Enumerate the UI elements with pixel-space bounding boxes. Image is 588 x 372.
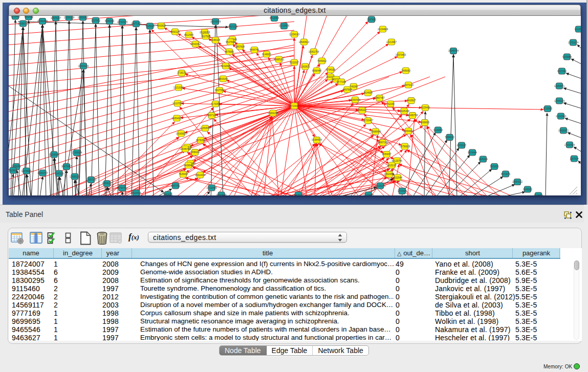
svg-text:16495798: 16495798 xyxy=(407,114,418,117)
svg-text:7625402: 7625402 xyxy=(179,173,188,176)
svg-text:12213967: 12213967 xyxy=(386,41,397,43)
svg-text:17016504: 17016504 xyxy=(564,144,575,146)
svg-text:9084067: 9084067 xyxy=(382,153,391,156)
svg-text:9527508: 9527508 xyxy=(226,41,235,43)
svg-text:19218506: 19218506 xyxy=(279,25,290,27)
svg-text:18524851: 18524851 xyxy=(384,173,395,176)
svg-text:10719155: 10719155 xyxy=(117,21,128,24)
svg-text:12093871: 12093871 xyxy=(554,85,565,87)
svg-text:8912954: 8912954 xyxy=(184,34,193,36)
svg-text:9463625: 9463625 xyxy=(163,193,172,195)
svg-text:2867608: 2867608 xyxy=(235,46,245,48)
svg-text:9699695: 9699695 xyxy=(420,121,429,124)
svg-text:6466160: 6466160 xyxy=(105,20,114,23)
svg-text:12942757: 12942757 xyxy=(37,172,48,174)
svg-text:4170051: 4170051 xyxy=(211,103,220,105)
svg-text:20091406: 20091406 xyxy=(37,20,48,23)
svg-text:8878352: 8878352 xyxy=(196,139,205,142)
svg-text:2087682: 2087682 xyxy=(367,18,376,21)
svg-text:5958923: 5958923 xyxy=(445,136,454,139)
svg-text:9242848: 9242848 xyxy=(221,65,230,68)
svg-text:10973493: 10973493 xyxy=(396,54,406,56)
svg-text:15716485: 15716485 xyxy=(206,187,217,189)
svg-text:8990448: 8990448 xyxy=(312,70,321,72)
svg-text:9463627: 9463627 xyxy=(407,99,416,102)
svg-text:2522544: 2522544 xyxy=(393,177,402,179)
svg-text:20053346: 20053346 xyxy=(78,65,89,68)
svg-text:18640910: 18640910 xyxy=(299,41,310,43)
svg-text:18300295: 18300295 xyxy=(268,112,278,115)
svg-text:7485063: 7485063 xyxy=(401,70,410,72)
svg-text:1409948: 1409948 xyxy=(184,164,193,167)
svg-text:3624554: 3624554 xyxy=(363,92,373,94)
svg-text:7515526: 7515526 xyxy=(145,25,155,28)
svg-text:10807487: 10807487 xyxy=(374,97,385,99)
svg-text:10107554: 10107554 xyxy=(172,102,183,105)
svg-text:7663822: 7663822 xyxy=(157,25,166,27)
svg-text:8471676: 8471676 xyxy=(501,173,510,176)
svg-text:2803144: 2803144 xyxy=(219,78,228,80)
svg-text:15720407: 15720407 xyxy=(363,119,374,122)
svg-text:1167534: 1167534 xyxy=(570,158,579,160)
svg-text:12923445: 12923445 xyxy=(130,192,141,194)
svg-text:8186328: 8186328 xyxy=(211,39,220,41)
svg-text:12975115: 12975115 xyxy=(403,84,414,86)
svg-text:9329966: 9329966 xyxy=(562,56,572,58)
svg-text:1527602: 1527602 xyxy=(91,19,100,22)
svg-text:3915812: 3915812 xyxy=(9,169,18,172)
svg-text:7857224: 7857224 xyxy=(228,26,237,28)
svg-text:746266: 746266 xyxy=(350,85,358,88)
svg-text:762160: 762160 xyxy=(386,103,395,105)
svg-text:2718176: 2718176 xyxy=(177,72,186,74)
svg-text:8427552: 8427552 xyxy=(215,89,224,92)
svg-text:19756928: 19756928 xyxy=(400,145,410,148)
svg-text:1145119: 1145119 xyxy=(55,172,64,175)
svg-text:10976197: 10976197 xyxy=(51,17,61,19)
svg-text:9140954: 9140954 xyxy=(433,129,443,132)
svg-text:1733426: 1733426 xyxy=(398,190,407,192)
svg-text:18807249: 18807249 xyxy=(378,141,388,144)
svg-text:10688609: 10688609 xyxy=(371,130,381,133)
svg-text:9527506: 9527506 xyxy=(201,35,210,38)
svg-text:16671355: 16671355 xyxy=(131,23,142,25)
svg-text:10025438: 10025438 xyxy=(399,110,409,113)
svg-text:9245652: 9245652 xyxy=(523,188,532,191)
svg-text:6497568: 6497568 xyxy=(343,89,352,91)
svg-text:21065328: 21065328 xyxy=(64,16,75,19)
svg-text:20364436: 20364436 xyxy=(350,99,361,101)
svg-text:8454749: 8454749 xyxy=(250,49,259,51)
svg-text:9474444: 9474444 xyxy=(468,151,477,154)
svg-text:12444159: 12444159 xyxy=(554,100,565,102)
svg-text:19384554: 19384554 xyxy=(312,139,322,141)
svg-text:9457791: 9457791 xyxy=(171,185,180,187)
svg-text:3875685: 3875685 xyxy=(225,51,234,53)
svg-text:12213389: 12213389 xyxy=(173,86,184,89)
svg-text:19692971: 19692971 xyxy=(558,129,569,132)
svg-text:12923446: 12923446 xyxy=(216,194,227,195)
svg-text:13716485: 13716485 xyxy=(363,194,374,195)
svg-text:20206526: 20206526 xyxy=(49,154,59,156)
svg-text:16914479: 16914479 xyxy=(195,174,206,177)
svg-text:7651552: 7651552 xyxy=(24,16,33,18)
svg-text:9155460: 9155460 xyxy=(11,16,20,18)
svg-text:15751074: 15751074 xyxy=(568,41,579,44)
svg-text:10654112: 10654112 xyxy=(512,181,523,183)
svg-text:10046788: 10046788 xyxy=(180,148,191,150)
svg-text:2935114: 2935114 xyxy=(478,158,488,161)
svg-text:9498222: 9498222 xyxy=(190,151,200,154)
svg-text:9227342: 9227342 xyxy=(557,70,567,73)
svg-text:1615132: 1615132 xyxy=(387,164,397,167)
svg-text:12905135: 12905135 xyxy=(70,176,80,178)
svg-text:19654923: 19654923 xyxy=(403,130,414,133)
svg-text:16648784: 16648784 xyxy=(448,50,459,52)
svg-text:11254193: 11254193 xyxy=(289,33,300,36)
svg-text:6794028: 6794028 xyxy=(326,69,335,71)
svg-text:9146821: 9146821 xyxy=(262,53,271,56)
svg-text:17957225: 17957225 xyxy=(86,179,97,181)
svg-text:7886322: 7886322 xyxy=(358,109,367,112)
svg-text:11353594: 11353594 xyxy=(200,127,211,129)
svg-text:18724007: 18724007 xyxy=(289,105,300,107)
svg-text:8813054: 8813054 xyxy=(270,17,279,19)
svg-text:3267110: 3267110 xyxy=(207,114,216,117)
svg-text:6479197: 6479197 xyxy=(457,144,466,147)
